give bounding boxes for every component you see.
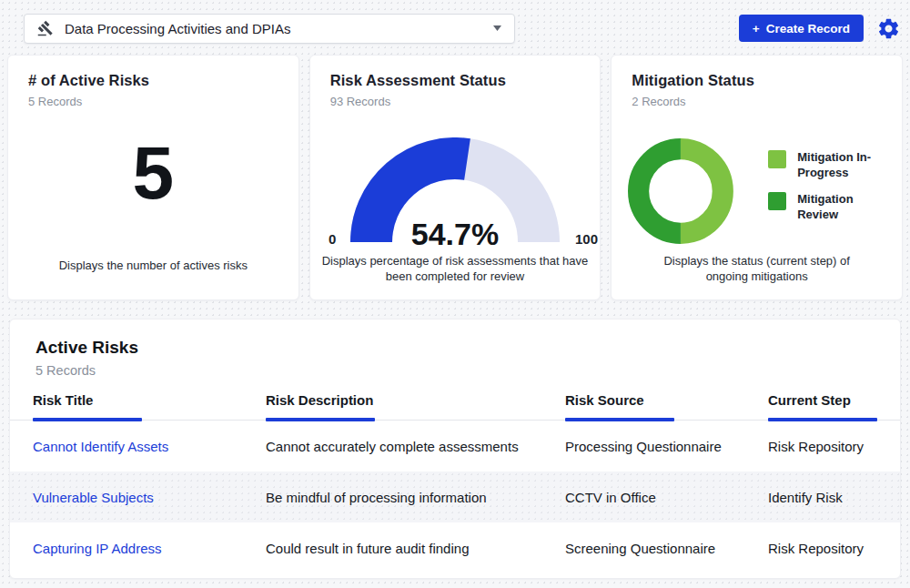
current-step-cell: Risk Repository bbox=[768, 541, 900, 556]
chevron-down-icon bbox=[493, 25, 501, 31]
column-header-risk-source[interactable]: Risk Source bbox=[565, 392, 768, 420]
legend-swatch bbox=[768, 150, 786, 168]
risk-source-cell: CCTV in Office bbox=[565, 490, 768, 505]
active-risks-card: # of Active Risks 5 Records 5 Displays t… bbox=[7, 55, 299, 300]
column-header-risk-title[interactable]: Risk Title bbox=[33, 392, 266, 420]
card-title: Mitigation Status bbox=[632, 72, 882, 89]
risk-source-cell: Processing Questionnaire bbox=[565, 439, 768, 454]
legend-label: Mitigation In-Progress bbox=[797, 150, 882, 181]
risk-source-cell: Screening Questionnaire bbox=[565, 541, 768, 556]
active-risks-value: 5 bbox=[28, 132, 278, 214]
kpi-cards-row: # of Active Risks 5 Records 5 Displays t… bbox=[7, 55, 903, 300]
create-record-button[interactable]: + Create Record bbox=[739, 15, 864, 42]
risk-description-cell: Cannot accurately complete assessments bbox=[266, 439, 565, 454]
risk-title-link[interactable]: Cannot Identify Assets bbox=[33, 439, 168, 454]
risk-assessment-card: Risk Assessment Status 93 Records 0 100 … bbox=[309, 55, 602, 300]
legend-swatch bbox=[768, 192, 786, 210]
column-header-risk-description[interactable]: Risk Description bbox=[266, 392, 565, 420]
table-row: Vulnerable Subjects Be mindful of proces… bbox=[10, 471, 900, 522]
risk-description-cell: Could result in future audit finding bbox=[266, 541, 565, 556]
card-title: # of Active Risks bbox=[28, 72, 278, 89]
gauge-min-label: 0 bbox=[329, 231, 336, 247]
legend-item: Mitigation Review bbox=[768, 192, 882, 223]
dashboard-selector-dropdown[interactable]: Data Processing Activities and DPIAs bbox=[24, 14, 515, 44]
donut-segment bbox=[681, 149, 723, 234]
table-row: Capturing IP Address Could result in fut… bbox=[10, 522, 900, 573]
top-bar: Data Processing Activities and DPIAs + C… bbox=[0, 0, 910, 47]
risk-title-link[interactable]: Capturing IP Address bbox=[33, 541, 161, 556]
mitigation-status-card: Mitigation Status 2 Records Mitigation I… bbox=[611, 55, 903, 300]
table-header-row: Risk Title Risk Description Risk Source … bbox=[10, 392, 900, 421]
legend-label: Mitigation Review bbox=[797, 192, 882, 223]
table-record-count: 5 Records bbox=[10, 363, 900, 378]
risk-title-link[interactable]: Vulnerable Subjects bbox=[33, 490, 154, 505]
assessment-gauge-chart: 0 100 54.7% bbox=[350, 137, 560, 248]
table-row: Cannot Identify Assets Cannot accurately… bbox=[10, 421, 900, 471]
card-caption: Displays percentage of risk assessments … bbox=[318, 254, 592, 285]
table-title: Active Risks bbox=[10, 338, 900, 358]
mitigation-donut bbox=[628, 132, 733, 250]
risk-description-cell: Be mindful of processing information bbox=[266, 490, 565, 505]
current-step-cell: Risk Repository bbox=[768, 439, 900, 454]
card-record-count: 93 Records bbox=[330, 95, 581, 108]
settings-button[interactable] bbox=[876, 16, 901, 41]
dashboard-selector-label: Data Processing Activities and DPIAs bbox=[65, 21, 482, 36]
card-caption: Displays the status (current step) of on… bbox=[650, 254, 864, 285]
gavel-icon bbox=[37, 20, 54, 36]
gear-icon bbox=[876, 16, 901, 41]
donut-legend: Mitigation In-Progress Mitigation Review bbox=[768, 150, 882, 223]
column-header-current-step[interactable]: Current Step bbox=[768, 392, 900, 420]
create-record-label: Create Record bbox=[766, 22, 850, 35]
current-step-cell: Identify Risk bbox=[768, 490, 900, 505]
legend-item: Mitigation In-Progress bbox=[768, 150, 882, 181]
card-title: Risk Assessment Status bbox=[330, 72, 581, 89]
donut-segment bbox=[639, 149, 681, 234]
active-risks-table-card: Active Risks 5 Records Risk Title Risk D… bbox=[9, 319, 901, 579]
card-caption: Displays the number of actives risks bbox=[8, 259, 298, 274]
card-record-count: 5 Records bbox=[28, 95, 278, 108]
card-record-count: 2 Records bbox=[632, 95, 882, 108]
gauge-max-label: 100 bbox=[575, 231, 598, 247]
gauge-value-label: 54.7% bbox=[350, 217, 560, 252]
plus-icon: + bbox=[753, 22, 760, 35]
